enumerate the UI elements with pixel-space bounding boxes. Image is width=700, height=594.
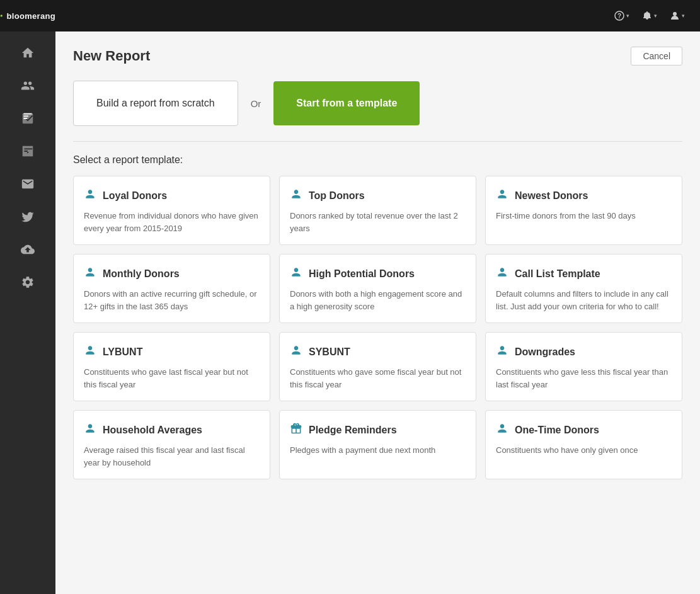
template-title-monthly-donors: Monthly Donors [103, 268, 180, 280]
notifications-button[interactable]: ▾ [637, 7, 662, 25]
template-card-header: Loyal Donors [84, 188, 260, 203]
sidebar-item-reports[interactable] [0, 102, 55, 135]
bell-icon [642, 11, 652, 21]
template-card-call-list-template[interactable]: Call List Template Default columns and f… [485, 254, 682, 323]
template-card-monthly-donors[interactable]: Monthly Donors Donors with an active rec… [73, 254, 270, 323]
template-desc-newest-donors: First-time donors from the last 90 days [496, 210, 672, 222]
template-title-top-donors: Top Donors [309, 190, 365, 202]
template-card-sybunt[interactable]: SYBUNT Constituents who gave some fiscal… [279, 332, 476, 401]
select-template-label: Select a report template: [73, 154, 682, 166]
media-icon [21, 144, 35, 158]
cancel-button[interactable]: Cancel [631, 47, 682, 66]
template-desc-high-potential-donors: Donors with both a high engagement score… [290, 288, 466, 312]
upload-icon [21, 243, 35, 256]
reports-icon [21, 111, 35, 125]
sidebar-item-settings[interactable] [0, 266, 55, 299]
sidebar-nav [0, 37, 55, 299]
sidebar [0, 31, 55, 594]
home-icon [21, 46, 35, 60]
template-card-header: Pledge Reminders [290, 422, 466, 438]
template-card-newest-donors[interactable]: Newest Donors First-time donors from the… [485, 176, 682, 245]
person-icon [496, 188, 508, 200]
template-title-high-potential-donors: High Potential Donors [309, 268, 415, 280]
person-icon [496, 266, 508, 278]
template-card-pledge-reminders[interactable]: Pledge Reminders Pledges with a payment … [279, 410, 476, 479]
person-icon [84, 188, 96, 200]
template-desc-downgrades: Constituents who gave less this fiscal y… [496, 366, 672, 391]
template-icon-sybunt [290, 344, 302, 360]
person-icon [84, 344, 96, 357]
template-icon-loyal-donors [84, 188, 96, 203]
template-icon-pledge-reminders [290, 422, 302, 438]
template-desc-loyal-donors: Revenue from individual donors who have … [84, 210, 260, 234]
template-desc-monthly-donors: Donors with an active recurring gift sch… [84, 288, 260, 312]
sidebar-item-people[interactable] [0, 69, 55, 102]
template-card-high-potential-donors[interactable]: High Potential Donors Donors with both a… [279, 254, 476, 323]
template-card-top-donors[interactable]: Top Donors Donors ranked by total revenu… [279, 176, 476, 245]
sidebar-item-email[interactable] [0, 168, 55, 200]
user-caret: ▾ [682, 13, 685, 19]
build-from-scratch-button[interactable]: Build a report from scratch [73, 81, 238, 126]
template-desc-sybunt: Constituents who gave some fiscal year b… [290, 366, 466, 391]
template-title-lybunt: LYBUNT [103, 346, 142, 358]
topbar-actions: ? ▾ ▾ ▾ [609, 7, 690, 25]
template-card-header: Household Averages [84, 422, 260, 438]
template-icon-top-donors [290, 188, 302, 203]
person-icon [84, 422, 96, 435]
content-panel: New Report Cancel Build a report from sc… [55, 31, 700, 594]
template-desc-one-time-donors: Constituents who have only given once [496, 444, 672, 457]
gift-icon [290, 422, 302, 435]
template-card-header: Call List Template [496, 266, 672, 282]
template-icon-lybunt [84, 344, 96, 360]
sidebar-item-home[interactable] [0, 37, 55, 69]
template-card-loyal-donors[interactable]: Loyal Donors Revenue from individual don… [73, 176, 270, 245]
help-icon: ? [614, 11, 624, 21]
template-card-lybunt[interactable]: LYBUNT Constituents who gave last fiscal… [73, 332, 270, 401]
template-icon-high-potential-donors [290, 266, 302, 282]
email-icon [21, 177, 35, 191]
template-icon-newest-donors [496, 188, 508, 203]
template-card-header: Monthly Donors [84, 266, 260, 282]
sidebar-item-media[interactable] [0, 135, 55, 168]
template-icon-monthly-donors [84, 266, 96, 282]
template-title-one-time-donors: One-Time Donors [515, 425, 599, 436]
template-grid: Loyal Donors Revenue from individual don… [73, 176, 682, 479]
people-icon [21, 79, 35, 93]
template-card-header: One-Time Donors [496, 422, 672, 438]
or-label: Or [251, 98, 261, 109]
logo-area: bloomerang [0, 0, 55, 31]
template-title-call-list-template: Call List Template [515, 268, 600, 280]
person-icon [496, 344, 508, 357]
logo-icon [0, 9, 3, 23]
template-title-sybunt: SYBUNT [309, 346, 350, 358]
template-desc-call-list-template: Default columns and filters to include i… [496, 288, 672, 312]
twitter-icon [21, 210, 35, 224]
template-title-household-averages: Household Averages [103, 425, 202, 436]
template-card-header: SYBUNT [290, 344, 466, 360]
template-card-household-averages[interactable]: Household Averages Average raised this f… [73, 410, 270, 479]
template-card-one-time-donors[interactable]: One-Time Donors Constituents who have on… [485, 410, 682, 479]
sidebar-item-upload[interactable] [0, 233, 55, 266]
help-caret: ▾ [626, 13, 629, 19]
user-button[interactable]: ▾ [665, 7, 690, 25]
page-title: New Report [73, 48, 150, 64]
svg-text:?: ? [617, 13, 621, 20]
template-card-downgrades[interactable]: Downgrades Constituents who gave less th… [485, 332, 682, 401]
start-from-template-button[interactable]: Start from a template [273, 81, 420, 125]
person-icon [290, 188, 302, 200]
person-icon [290, 266, 302, 278]
template-card-header: Newest Donors [496, 188, 672, 203]
sidebar-item-twitter[interactable] [0, 200, 55, 233]
template-desc-top-donors: Donors ranked by total revenue over the … [290, 210, 466, 234]
settings-icon [21, 275, 35, 289]
template-desc-household-averages: Average raised this fiscal year and last… [84, 444, 260, 469]
person-icon [290, 344, 302, 357]
page-header: New Report Cancel [73, 47, 682, 66]
help-button[interactable]: ? ▾ [609, 7, 634, 25]
topbar: bloomerang ? ▾ ▾ ▾ [0, 0, 700, 31]
template-card-header: Top Donors [290, 188, 466, 203]
logo-text: bloomerang [7, 11, 55, 21]
template-desc-pledge-reminders: Pledges with a payment due next month [290, 444, 466, 457]
person-icon [84, 266, 96, 278]
template-desc-lybunt: Constituents who gave last fiscal year b… [84, 366, 260, 391]
